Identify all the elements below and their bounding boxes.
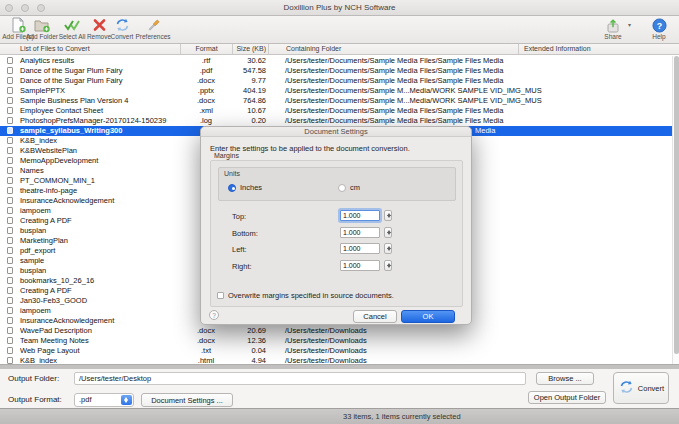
dialog-title: Document Settings: [201, 127, 471, 137]
units-radio-inches[interactable]: Inches: [228, 183, 262, 192]
column-header-format[interactable]: Format: [180, 44, 232, 54]
file-name: Creating A PDF: [20, 286, 180, 296]
toolbar-item-add-folder[interactable]: Add Folder: [27, 17, 57, 40]
convert-button-label: Convert: [638, 384, 664, 393]
file-name: Jan30-Feb3_GOOD: [20, 296, 180, 306]
toolbar-item-label: Help: [652, 33, 665, 40]
file-icon: [0, 86, 20, 96]
file-name: InsuranceAcknowledgement: [20, 196, 180, 206]
file-size: 764.86: [232, 96, 268, 106]
toolbar-item-preferences[interactable]: Preferences: [133, 17, 173, 40]
table-row[interactable]: Dance of the Sugar Plum Fairy.docx9.77/U…: [0, 76, 672, 86]
toolbar-item-label: Select All: [59, 33, 86, 40]
cancel-button[interactable]: Cancel: [353, 310, 397, 323]
output-panel: Output Folder: /Users/tester/Desktop Bro…: [0, 369, 679, 408]
document-settings-button[interactable]: Document Settings ...: [141, 393, 233, 407]
table-row[interactable]: Dance of the Sugar Plum Fairy.pdf547.58/…: [0, 66, 672, 76]
file-size: 404.19: [232, 86, 268, 96]
column-header-folder[interactable]: Containing Folder: [268, 44, 518, 54]
open-output-folder-button[interactable]: Open Output Folder: [528, 391, 606, 404]
file-format: .pdf: [180, 66, 232, 76]
main-toolbar: Add File(s)Add FolderSelect AllRemoveCon…: [0, 16, 679, 44]
table-row[interactable]: Sample Business Plan Version 4.docx764.8…: [0, 96, 672, 106]
document-settings-dialog: Document Settings Enter the settings to …: [200, 126, 472, 325]
file-name: PhotoshopPrefsManager-20170124-150239: [20, 116, 180, 126]
margin-input-bottom[interactable]: [340, 227, 380, 238]
file-icon: [0, 256, 20, 266]
table-row[interactable]: Team Meeting Notes.docx12.36/Users/teste…: [0, 336, 672, 346]
add-file-icon: [10, 17, 27, 33]
vertical-scrollbar-thumb[interactable]: [674, 56, 679, 354]
select-all-icon: [63, 17, 81, 33]
stepper-icon[interactable]: [384, 243, 392, 254]
file-size: 12.36: [232, 336, 268, 346]
stepper-icon[interactable]: [384, 210, 392, 221]
vertical-scrollbar[interactable]: [672, 56, 679, 364]
radio-icon: [228, 184, 236, 192]
file-name: SamplePPTX: [20, 86, 180, 96]
units-radio-cm[interactable]: cm: [338, 183, 360, 192]
file-folder-tail: Media: [475, 126, 495, 136]
column-header-files[interactable]: List of Files to Convert: [0, 44, 180, 54]
file-name: K&BWebsitePlan: [20, 146, 180, 156]
table-row[interactable]: Employee Contact Sheet.xml10.67/Users/te…: [0, 106, 672, 116]
help-button[interactable]: ?: [209, 310, 219, 320]
file-name: iampoem: [20, 206, 180, 216]
file-size: 547.58: [232, 66, 268, 76]
file-size: 10.67: [232, 106, 268, 116]
table-row[interactable]: Web Page Layout.txt0.04/Users/tester/Dow…: [0, 346, 672, 356]
margin-input-top[interactable]: [340, 210, 380, 221]
margin-field-row: Bottom:: [211, 227, 462, 239]
file-icon: [0, 266, 20, 276]
window-title: Doxillion Plus by NCH Software: [0, 0, 679, 16]
margin-label-top: Top:: [232, 212, 246, 221]
file-folder: /Users/tester/Downloads: [268, 356, 672, 364]
radio-icon: [338, 184, 346, 192]
output-folder-field[interactable]: /Users/tester/Desktop: [74, 372, 526, 385]
toolbar-item-select-all[interactable]: Select All: [57, 17, 87, 40]
toolbar-item-share[interactable]: ▾Share: [600, 17, 626, 40]
file-name: pdf_export: [20, 246, 180, 256]
margin-field-row: Right:: [211, 260, 462, 272]
column-header-size[interactable]: Size (KB): [232, 44, 268, 54]
file-name: Web Page Layout: [20, 346, 180, 356]
table-row[interactable]: K&B_index.html4.94/Users/tester/Download…: [0, 356, 672, 364]
overwrite-margins-row: Overwrite margins specified in source do…: [217, 291, 394, 300]
toolbar-item-help[interactable]: ?Help: [646, 17, 672, 40]
file-name: theatre-info-page: [20, 186, 180, 196]
margin-field-row: Left:: [211, 243, 462, 255]
table-row[interactable]: SamplePPTX.pptx404.19/Users/tester/Docum…: [0, 86, 672, 96]
table-row[interactable]: PhotoshopPrefsManager-20170124-150239.lo…: [0, 116, 672, 126]
overwrite-margins-checkbox[interactable]: [217, 292, 224, 299]
margin-input-left[interactable]: [340, 243, 380, 254]
output-format-select[interactable]: .pdf: [74, 393, 134, 407]
output-folder-label: Output Folder:: [8, 374, 59, 383]
file-name: K&B_index: [20, 356, 180, 364]
file-name: Team Meeting Notes: [20, 336, 180, 346]
column-header-extended-info[interactable]: Extended Information: [518, 44, 679, 54]
file-format: .rtf: [180, 56, 232, 66]
table-row[interactable]: WavePad Description.docx20.69/Users/test…: [0, 326, 672, 336]
file-icon: [0, 226, 20, 236]
browse-button[interactable]: Browse ...: [536, 372, 594, 385]
margins-groupbox: Units Inchescm Top:Bottom:Left:Right: Ov…: [210, 160, 463, 307]
ok-button[interactable]: OK: [401, 310, 455, 323]
chevron-down-icon: ▾: [628, 21, 631, 28]
margin-input-right[interactable]: [340, 260, 380, 271]
file-icon: [0, 356, 20, 364]
file-icon: [0, 186, 20, 196]
file-size: 0.20: [232, 116, 268, 126]
file-size: 9.77: [232, 76, 268, 86]
table-row[interactable]: Analytics results.rtf30.62/Users/tester/…: [0, 56, 672, 66]
stepper-icon[interactable]: [384, 260, 392, 271]
file-icon: [0, 306, 20, 316]
file-icon: [0, 316, 20, 326]
file-name: Employee Contact Sheet: [20, 106, 180, 116]
file-name: MarketingPlan: [20, 236, 180, 246]
margin-label-left: Left:: [232, 245, 247, 254]
file-icon: [0, 346, 20, 356]
stepper-icon[interactable]: [384, 227, 392, 238]
file-name: iampoem: [20, 306, 180, 316]
convert-button[interactable]: Convert: [613, 372, 669, 404]
doxillion-window: Doxillion Plus by NCH Software Add File(…: [0, 0, 679, 424]
